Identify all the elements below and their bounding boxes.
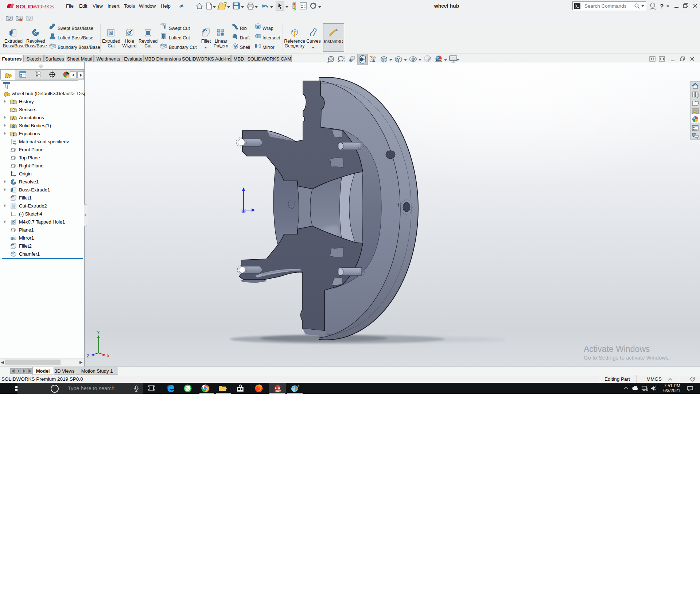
svg-text:2019: 2019 xyxy=(276,389,281,392)
svg-text:Y: Y xyxy=(97,330,100,335)
svg-text:W: W xyxy=(278,387,280,389)
svg-text:Σ: Σ xyxy=(13,133,15,136)
svg-text:?: ? xyxy=(660,3,664,10)
svg-text:A: A xyxy=(12,116,15,120)
svg-text:S: S xyxy=(275,387,277,389)
svg-text:X: X xyxy=(107,354,110,358)
svg-text:Z: Z xyxy=(87,354,89,358)
svg-text:A: A xyxy=(372,59,375,63)
